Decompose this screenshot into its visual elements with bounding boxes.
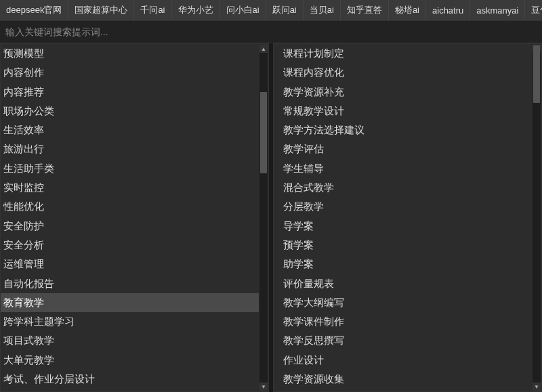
left-list-item[interactable]: 运维管理	[1, 255, 259, 274]
tab-0[interactable]: deepseek官网	[0, 0, 68, 20]
right-list-item[interactable]: 导学案	[274, 217, 532, 236]
tab-2[interactable]: 千问ai	[134, 0, 171, 20]
tab-6[interactable]: 当贝ai	[304, 0, 341, 20]
tab-9[interactable]: aichatru	[426, 0, 470, 20]
right-list-item[interactable]: 分层教学	[274, 197, 532, 216]
scroll-thumb[interactable]	[260, 92, 267, 173]
left-list-item[interactable]: 生活助手类	[1, 159, 259, 178]
tab-5[interactable]: 跃问ai	[266, 0, 304, 20]
left-list-item[interactable]: 内容推荐	[1, 83, 259, 102]
right-list-item[interactable]: 教学反思撰写	[274, 331, 532, 350]
left-scrollbar[interactable]: ▲ ▼	[259, 45, 268, 391]
left-list-item[interactable]: 考试、作业分层设计	[1, 370, 259, 389]
right-list-item[interactable]: 课程内容优化	[274, 63, 532, 82]
search-bar	[0, 20, 542, 43]
right-list-item[interactable]: 评价量规表	[274, 274, 532, 293]
right-list-item[interactable]: 助学案	[274, 255, 532, 274]
left-list-item[interactable]: 项目式教学	[1, 331, 259, 350]
right-panel: 课程计划制定课程内容优化教学资源补充常规教学设计教学方法选择建议教学评估学生辅导…	[273, 43, 542, 392]
right-list-item[interactable]: 教学方法选择建议	[274, 121, 532, 139]
search-input[interactable]	[5, 26, 537, 37]
scroll-up-icon[interactable]: ▲	[259, 45, 268, 53]
right-list-item[interactable]: 课程计划制定	[274, 44, 532, 63]
left-list-item[interactable]: 跨学科主题学习	[1, 312, 259, 331]
right-list-item[interactable]: 教学资源整合	[274, 389, 532, 391]
tab-11[interactable]: 豆包ai	[525, 0, 542, 20]
tab-1[interactable]: 国家超算中心	[68, 0, 134, 20]
left-list-item[interactable]: 预测模型	[1, 44, 259, 63]
left-panel: 预测模型内容创作内容推荐职场办公类生活效率旅游出行生活助手类实时监控性能优化安全…	[0, 43, 269, 392]
left-list-item[interactable]: 旅游出行	[1, 139, 259, 158]
left-list-item[interactable]: 职场办公类	[1, 102, 259, 121]
right-list-item[interactable]: 学生辅导	[274, 159, 532, 178]
left-list-item[interactable]: 内容创作	[1, 63, 259, 82]
left-list-item[interactable]: 大单元教学	[1, 351, 259, 370]
tab-10[interactable]: askmanyai	[470, 0, 525, 20]
left-list-item[interactable]: 性能优化	[1, 197, 259, 216]
tab-7[interactable]: 知乎直答	[341, 0, 389, 20]
right-list-item[interactable]: 常规教学设计	[274, 102, 532, 121]
right-list-item[interactable]: 教学大纲编写	[274, 293, 532, 312]
right-list-item[interactable]: 预学案	[274, 236, 532, 255]
tab-bar: deepseek官网国家超算中心千问ai华为小艺问小白ai跃问ai当贝ai知乎直…	[0, 0, 542, 20]
right-list-item[interactable]: 教学评估	[274, 139, 532, 158]
scroll-down-icon[interactable]: ▼	[259, 383, 268, 391]
tab-4[interactable]: 问小白ai	[220, 0, 266, 20]
scroll-down-icon[interactable]: ▼	[533, 383, 541, 391]
right-list-item[interactable]: 教学资源收集	[274, 370, 532, 389]
left-list-item[interactable]: 实时监控	[1, 178, 259, 197]
right-list-item[interactable]: 教学课件制作	[274, 312, 532, 331]
panels: 预测模型内容创作内容推荐职场办公类生活效率旅游出行生活助手类实时监控性能优化安全…	[0, 43, 542, 392]
left-list-item[interactable]: 课题研究项目	[1, 389, 259, 391]
left-list-item[interactable]: 生活效率	[1, 121, 259, 139]
right-scrollbar[interactable]: ▲ ▼	[533, 45, 541, 391]
right-list-item[interactable]: 教学资源补充	[274, 83, 532, 102]
left-list-item[interactable]: 教育教学	[1, 293, 259, 312]
scroll-thumb[interactable]	[533, 45, 540, 103]
tab-8[interactable]: 秘塔ai	[389, 0, 426, 20]
right-list-item[interactable]: 混合式教学	[274, 178, 532, 197]
right-list-item[interactable]: 作业设计	[274, 351, 532, 370]
tab-3[interactable]: 华为小艺	[172, 0, 220, 20]
left-list-item[interactable]: 自动化报告	[1, 274, 259, 293]
left-list-item[interactable]: 安全分析	[1, 236, 259, 255]
left-list-item[interactable]: 安全防护	[1, 217, 259, 236]
